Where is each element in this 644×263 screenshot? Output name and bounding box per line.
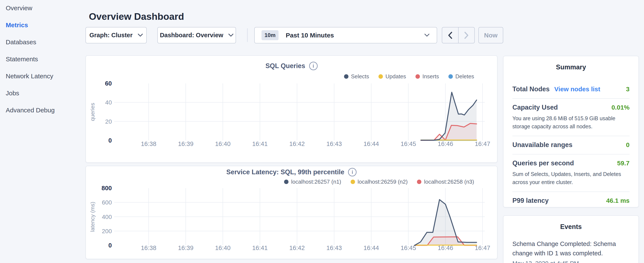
summary-row: Total NodesView nodes list3	[512, 80, 630, 98]
summary-row: Capacity Used0.01%You are using 28.6 MiB…	[512, 99, 630, 136]
graph-dropdown[interactable]: Graph: Cluster	[86, 27, 147, 43]
summary-row: P99 latency46.1 ms	[512, 192, 630, 210]
view-nodes-list-link[interactable]: View nodes list	[554, 86, 600, 93]
svg-text:16:47: 16:47	[475, 244, 490, 251]
summary-row-value: 46.1 ms	[606, 197, 630, 204]
sidebar-item-databases[interactable]: Databases	[6, 36, 36, 49]
service-latency-chart-card: Service Latency: SQL, 99th percentileilo…	[86, 166, 498, 259]
svg-text:16:40: 16:40	[215, 244, 231, 251]
svg-text:600: 600	[102, 199, 112, 206]
chart-plot: 020406016:3816:3916:4016:4116:4216:4316:…	[86, 56, 498, 163]
svg-text:16:38: 16:38	[141, 140, 156, 147]
svg-text:16:44: 16:44	[364, 244, 379, 251]
svg-text:16:39: 16:39	[178, 244, 194, 251]
svg-text:16:46: 16:46	[438, 140, 453, 147]
summary-row-value: 59.7	[617, 160, 630, 167]
svg-text:queries: queries	[89, 103, 96, 121]
sql-queries-chart-card: SQL QueriesiSelectsUpdatesInsertsDeletes…	[86, 55, 498, 163]
events-title: Events	[512, 223, 630, 231]
svg-text:40: 40	[105, 99, 112, 106]
svg-text:16:47: 16:47	[475, 140, 490, 147]
chevron-left-icon	[448, 32, 452, 39]
svg-text:16:45: 16:45	[400, 140, 416, 147]
svg-text:800: 800	[102, 185, 112, 191]
step-forward-button[interactable]	[458, 28, 474, 43]
summary-row: Queries per second59.7Sum of Selects, Up…	[512, 154, 630, 191]
summary-row-subtext: Sum of Selects, Updates, Inserts, and De…	[512, 170, 630, 186]
sidebar: OverviewMetricsDatabasesStatementsNetwor…	[0, 0, 85, 263]
svg-text:16:43: 16:43	[326, 244, 342, 251]
event-item[interactable]: Schema Change Completed: Schema change w…	[512, 239, 630, 263]
time-range-badge: 10m	[262, 30, 278, 40]
dashboard-dropdown[interactable]: Dashboard: Overview	[157, 27, 236, 43]
sidebar-item-advanced-debug[interactable]: Advanced Debug	[6, 104, 55, 117]
event-text: Schema Change Completed: Schema change w…	[512, 239, 620, 258]
chart-plot: 020040060080016:3816:3916:4016:4116:4216…	[86, 166, 498, 259]
summary-row-label: P99 latency	[512, 197, 549, 204]
now-button[interactable]: Now	[478, 27, 503, 43]
summary-row-label: Total Nodes	[512, 85, 550, 93]
time-range-selector[interactable]: 10m Past 10 Minutes	[254, 27, 437, 43]
svg-text:16:41: 16:41	[252, 244, 268, 251]
summary-row-value: 3	[626, 86, 630, 93]
sidebar-item-network-latency[interactable]: Network Latency	[6, 70, 53, 83]
svg-text:16:41: 16:41	[252, 140, 268, 147]
summary-row-value: 0.01%	[612, 104, 630, 111]
events-panel: Events Schema Change Completed: Schema c…	[503, 215, 639, 263]
svg-text:60: 60	[105, 80, 112, 87]
svg-text:16:40: 16:40	[215, 140, 231, 147]
dashboard-dropdown-label: Dashboard: Overview	[160, 32, 223, 39]
summary-panel: Summary Total NodesView nodes list3Capac…	[503, 56, 639, 207]
summary-row-label: Capacity Used	[512, 104, 558, 111]
event-timestamp: May 13, 2020 at 4:45 PM	[512, 260, 630, 263]
page-title: Overview Dashboard	[89, 11, 184, 22]
svg-text:16:45: 16:45	[400, 244, 416, 251]
svg-text:400: 400	[102, 214, 112, 220]
summary-row-label: Unavailable ranges	[512, 141, 572, 149]
chevron-right-icon	[464, 32, 469, 39]
step-back-button[interactable]	[442, 28, 458, 43]
time-range-label: Past 10 Minutes	[286, 32, 424, 39]
svg-text:0: 0	[108, 242, 112, 249]
svg-text:16:39: 16:39	[178, 140, 194, 147]
svg-text:20: 20	[105, 118, 112, 125]
svg-text:16:38: 16:38	[141, 244, 156, 251]
summary-row-value: 0	[626, 141, 630, 149]
events-list: Schema Change Completed: Schema change w…	[512, 239, 630, 263]
summary-rows: Total NodesView nodes list3Capacity Used…	[512, 80, 630, 210]
sidebar-item-overview[interactable]: Overview	[6, 2, 32, 15]
time-step-buttons	[442, 27, 475, 43]
svg-text:200: 200	[102, 228, 112, 234]
summary-row-subtext: You are using 28.6 MiB of 515.9 GiB usab…	[512, 114, 630, 130]
svg-text:16:44: 16:44	[364, 140, 379, 147]
summary-title: Summary	[512, 63, 630, 71]
sidebar-item-jobs[interactable]: Jobs	[6, 87, 19, 100]
now-button-label: Now	[484, 32, 498, 39]
sidebar-item-metrics[interactable]: Metrics	[6, 19, 28, 32]
graph-dropdown-label: Graph: Cluster	[89, 32, 132, 39]
sidebar-item-statements[interactable]: Statements	[6, 53, 38, 66]
summary-row-label: Queries per second	[512, 159, 574, 167]
svg-text:16:43: 16:43	[326, 140, 342, 147]
chevron-down-icon	[228, 34, 234, 37]
svg-text:16:42: 16:42	[289, 140, 305, 147]
toolbar-divider	[247, 28, 248, 42]
svg-text:0: 0	[108, 137, 112, 144]
chevron-down-icon	[138, 34, 143, 37]
svg-text:16:42: 16:42	[289, 244, 305, 251]
summary-row: Unavailable ranges0	[512, 136, 630, 154]
svg-text:latency (ms): latency (ms)	[89, 202, 96, 232]
chevron-down-icon	[424, 34, 430, 37]
